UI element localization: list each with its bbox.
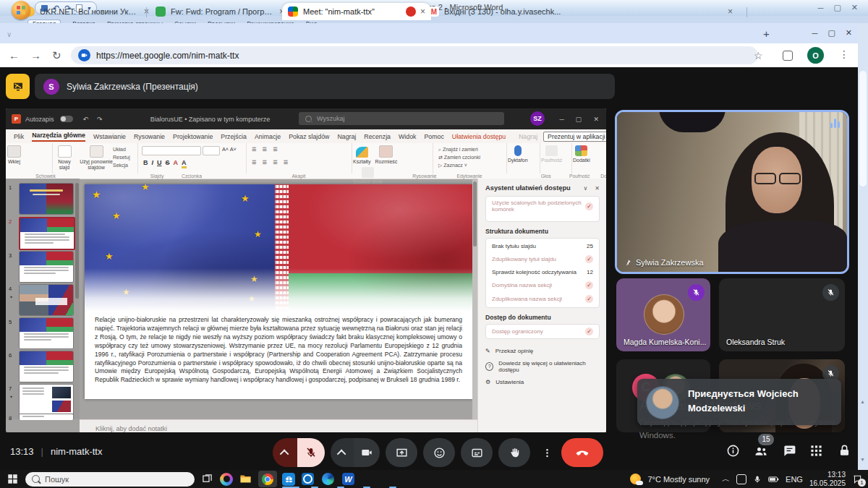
tab-mail-program[interactable]: Fw: Fwd: Program / Програма × <box>150 3 290 20</box>
raise-hand-button[interactable] <box>498 438 530 467</box>
sensitivity-button[interactable]: Poufność <box>541 145 562 163</box>
word-close-button[interactable]: ✕ <box>851 3 858 12</box>
mic-options-button[interactable] <box>273 438 297 467</box>
find-replace-button[interactable]: ⌕ Znajdź i zamień <box>438 145 478 153</box>
ppt-tab-animations[interactable]: Animacje <box>255 133 281 140</box>
weather-text[interactable]: 7°C Mostly sunny <box>647 475 710 484</box>
back-icon[interactable]: ← <box>9 49 20 61</box>
office-button[interactable] <box>12 1 30 20</box>
outlook-icon[interactable] <box>300 471 315 487</box>
check-item[interactable]: Domyślna nazwa sekcji <box>492 282 585 288</box>
word-minimize-button[interactable]: ─ <box>818 4 824 12</box>
ppt-tab-help[interactable]: Pomoc <box>424 133 443 140</box>
tab-meet-active[interactable]: Meet: "nim-matk-ttx" × <box>282 3 431 20</box>
notification-center-icon[interactable]: 1 <box>852 474 862 484</box>
reload-icon[interactable]: ↻ <box>52 49 61 62</box>
ppt-account-avatar[interactable]: SZ <box>530 111 545 126</box>
ppt-tab-record[interactable]: Nagraj <box>337 133 356 140</box>
host-controls-button[interactable] <box>838 444 851 458</box>
chrome-minimize-button[interactable]: ─ <box>812 29 818 38</box>
tab-ukrnet[interactable]: UKR.NET: Всі новини України, × <box>19 3 155 20</box>
slide-body-text[interactable]: Relacje unijno-białoruskie na przestrzen… <box>95 316 462 385</box>
slide-canvas[interactable]: ★ ★ ★ ★ ★ ★ ★ ★ ★ Relacje unijno-białoru… <box>85 184 472 399</box>
camera-options-button[interactable] <box>331 438 354 467</box>
more-options-button[interactable] <box>536 438 558 467</box>
bookmark-star-icon[interactable]: ☆ <box>754 50 763 61</box>
address-bar[interactable]: https://meet.google.com/nim-matk-ttx <box>71 46 758 64</box>
ppt-record-button[interactable]: Nagraj <box>519 133 537 140</box>
forward-icon[interactable]: → <box>30 49 41 61</box>
chrome-taskbar-icon[interactable] <box>258 471 277 487</box>
stop-presenting-button[interactable] <box>6 74 30 99</box>
scroll-up-icon[interactable]: ▲ <box>860 399 865 404</box>
slide-thumbnail-3[interactable] <box>19 251 74 283</box>
ppt-tab-slideshow[interactable]: Pokaz slajdów <box>289 133 329 140</box>
tile-magda[interactable]: Magda Kumelska-Koni... <box>616 278 710 351</box>
ppt-tab-transitions[interactable]: Przejścia <box>221 133 247 140</box>
chat-button[interactable] <box>783 444 796 458</box>
file-explorer-icon[interactable] <box>238 471 253 487</box>
slide-thumbnail-2-selected[interactable] <box>19 217 75 250</box>
panel-settings-link[interactable]: ⚙Ustawienia <box>485 379 600 385</box>
check-item[interactable]: Sprawdź kolejność odczytywania <box>492 269 587 275</box>
grow-shrink-font-icons[interactable]: A˄ A˅ <box>222 146 237 153</box>
slide-thumbnail-8[interactable] <box>19 414 74 420</box>
profile-avatar[interactable]: O <box>807 47 824 64</box>
captions-button[interactable] <box>461 438 493 467</box>
ppt-tab-review[interactable]: Recenzja <box>364 133 391 140</box>
addins-button[interactable]: Dodatki <box>573 145 590 163</box>
edge-icon[interactable] <box>320 471 336 487</box>
tab-close-icon[interactable]: × <box>728 7 733 17</box>
present-screen-button[interactable] <box>386 438 417 467</box>
copilot-icon[interactable] <box>220 473 233 486</box>
font-name-box[interactable] <box>142 146 201 155</box>
meeting-details-button[interactable] <box>726 444 740 458</box>
slide-thumbnail-1[interactable] <box>19 183 74 215</box>
list-buttons[interactable]: ☰ ☰ ☰ <box>252 146 280 153</box>
word-icon[interactable]: W <box>341 471 356 487</box>
language-indicator[interactable]: ENG <box>786 475 803 484</box>
chrome-maximize-button[interactable]: ▢ <box>827 28 835 38</box>
replace-fonts-button[interactable]: ⇄ Zamień czcionki <box>438 153 480 161</box>
quick-styles-button[interactable]: Szybkie style <box>353 167 383 185</box>
task-view-icon[interactable] <box>200 471 215 487</box>
battery-icon[interactable] <box>768 475 779 484</box>
people-button[interactable]: 15 <box>754 444 768 458</box>
taskbar-search[interactable]: Пошук <box>25 472 195 487</box>
ppt-tab-design[interactable]: Projektowanie <box>173 133 213 140</box>
section-button[interactable]: Sekcja <box>113 161 128 169</box>
reset-button[interactable]: Resetuj <box>113 153 130 161</box>
tray-app-icon[interactable] <box>736 474 746 484</box>
present-in-teams-button[interactable]: Prezentuj w aplikacji Teams <box>543 132 606 142</box>
ppt-minimize-button[interactable]: ─ <box>560 116 564 123</box>
browser-menu-icon[interactable]: ⋮ <box>839 48 849 60</box>
ppt-tab-home[interactable]: Narzędzia główne <box>32 132 85 142</box>
ppt-tab-plik[interactable]: Plik <box>14 133 24 140</box>
tray-mic-icon[interactable] <box>753 475 762 484</box>
weather-icon[interactable] <box>630 474 641 484</box>
activities-button[interactable] <box>809 444 823 458</box>
page-scrollbar[interactable]: ▲ ▼ <box>858 23 868 470</box>
panel-collapse-icon[interactable]: ∨ <box>583 185 587 192</box>
font-size-box[interactable] <box>203 146 220 155</box>
font-style-buttons[interactable]: BIUSAA <box>143 159 190 166</box>
ppt-undo-icon[interactable]: ↶ <box>83 116 89 123</box>
layout-button[interactable]: Układ <box>113 145 126 153</box>
slide-thumbnail-7[interactable] <box>19 384 74 416</box>
feedback-link[interactable]: ✎Przekaż opinię <box>485 348 600 354</box>
ppt-tab-view[interactable]: Widok <box>399 133 416 140</box>
slide-area-scrollbar[interactable] <box>472 179 477 419</box>
store-icon[interactable] <box>282 473 295 486</box>
check-item[interactable]: Brak tytułu slajdu <box>492 243 587 249</box>
word-maximize-button[interactable]: ▢ <box>833 3 841 12</box>
tile-sylwia[interactable]: Sylwia Zakrzewska <box>615 110 849 274</box>
ppt-close-button[interactable]: ✕ <box>593 116 599 123</box>
paste-button[interactable]: Wklej <box>7 145 21 165</box>
check-item[interactable]: Zduplikowany tytuł slajdu <box>492 256 585 262</box>
tab-search-chevron-icon[interactable]: ∨ <box>7 30 12 38</box>
extensions-icon[interactable] <box>783 51 793 61</box>
tray-chevron-icon[interactable]: ︿ <box>722 474 730 484</box>
panel-close-icon[interactable]: ✕ <box>595 185 600 192</box>
slide-thumbnail-4[interactable] <box>19 284 74 316</box>
ppt-restore-button[interactable]: ▢ <box>575 116 582 123</box>
